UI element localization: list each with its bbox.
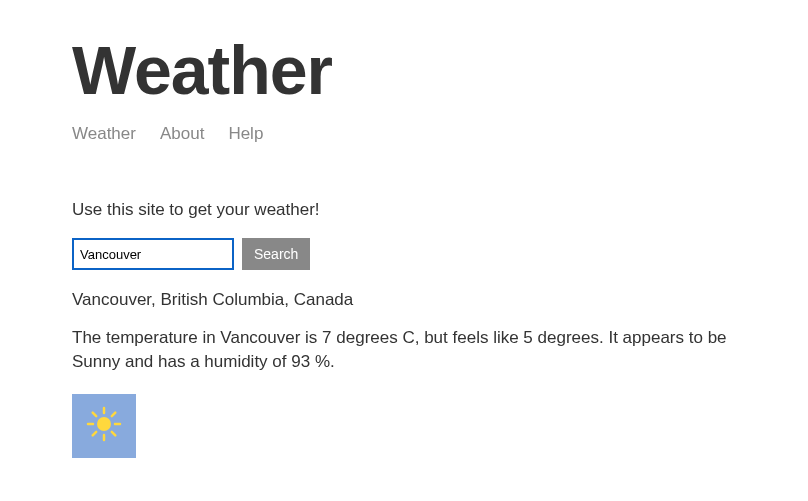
intro-text: Use this site to get your weather! [72,200,772,220]
result-description: The temperature in Vancouver is 7 degree… [72,326,732,374]
nav-weather[interactable]: Weather [72,124,136,144]
nav-help[interactable]: Help [228,124,263,144]
svg-line-8 [112,412,116,416]
svg-line-7 [93,431,97,435]
svg-line-6 [112,431,116,435]
weather-icon-box [72,394,136,458]
svg-line-5 [93,412,97,416]
page-title: Weather [72,36,772,104]
search-input[interactable] [72,238,234,270]
main-nav: Weather About Help [72,124,772,144]
search-button[interactable]: Search [242,238,310,270]
nav-about[interactable]: About [160,124,204,144]
svg-point-0 [97,417,111,431]
search-row: Search [72,238,772,270]
result-location: Vancouver, British Columbia, Canada [72,290,772,310]
sun-icon [86,406,122,446]
